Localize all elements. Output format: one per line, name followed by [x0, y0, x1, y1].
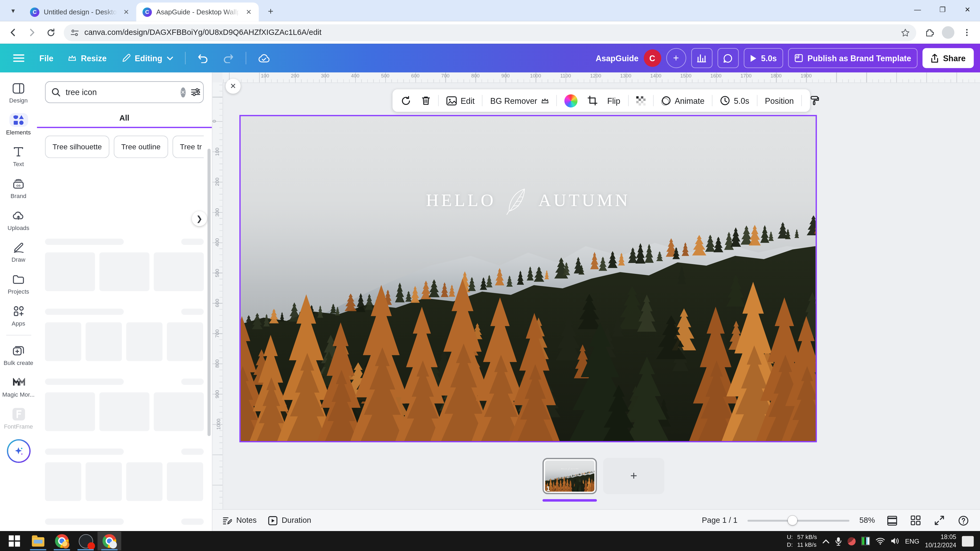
color-picker-button[interactable]: [560, 92, 582, 110]
language-indicator[interactable]: ENG: [905, 537, 919, 545]
undo-button[interactable]: [190, 48, 215, 68]
microphone-icon[interactable]: [835, 536, 842, 546]
profile-avatar[interactable]: [940, 24, 956, 41]
cloud-save-icon[interactable]: [251, 48, 277, 68]
document-title[interactable]: AsapGuide: [596, 54, 639, 63]
element-search-box[interactable]: ✕: [45, 81, 204, 103]
browser-tab-active[interactable]: C AsapGuide - Desktop Wallpaper ✕: [136, 2, 259, 21]
comments-icon[interactable]: [717, 48, 738, 68]
help-icon[interactable]: [956, 513, 970, 527]
add-page-button[interactable]: +: [603, 458, 664, 494]
duration-button[interactable]: 5.0s: [716, 92, 754, 110]
resize-menu[interactable]: Resize: [62, 48, 113, 68]
bg-remover-button[interactable]: BG Remover: [486, 92, 553, 110]
sidebar-item-text[interactable]: Text: [2, 141, 36, 171]
editing-mode-menu[interactable]: Editing: [115, 48, 180, 68]
nvidia-tray-icon[interactable]: [861, 537, 870, 545]
url-text[interactable]: canva.com/design/DAGXFBBoiYg/0U8xD9Q6AHZ…: [84, 28, 896, 37]
zoom-slider[interactable]: [748, 519, 850, 521]
search-input[interactable]: [65, 87, 175, 97]
design-title-text[interactable]: HELLO AUTUMN: [241, 187, 816, 214]
tree-shape: [681, 242, 689, 256]
sidebar-item-brand[interactable]: co Brand: [2, 173, 36, 203]
grid-view-icon[interactable]: [908, 513, 923, 527]
duration-button-bottom[interactable]: Duration: [268, 516, 311, 525]
zoom-level[interactable]: 58%: [859, 516, 875, 525]
main-menu-icon[interactable]: [6, 48, 31, 68]
obs-studio-icon[interactable]: [74, 532, 97, 550]
design-title-text[interactable]: HELLO AUTUMN: [545, 467, 594, 470]
fullscreen-icon[interactable]: [932, 513, 947, 527]
autumn-wallpaper-image[interactable]: HELLO AUTUMN: [241, 116, 816, 441]
window-close-button[interactable]: ✕: [955, 0, 980, 19]
obs-tray-icon[interactable]: [848, 537, 856, 545]
sidebar-item-apps[interactable]: Apps: [2, 300, 36, 330]
flip-button[interactable]: Flip: [603, 92, 625, 110]
publish-brand-template-button[interactable]: Publish as Brand Template: [788, 48, 918, 68]
sidebar-item-magic-morph[interactable]: Magic Mor...: [2, 372, 36, 402]
share-button[interactable]: Share: [923, 48, 974, 68]
edit-image-button[interactable]: Edit: [442, 92, 479, 110]
back-button[interactable]: [5, 24, 21, 41]
crop-button[interactable]: [583, 92, 601, 110]
forward-button[interactable]: [24, 24, 40, 41]
window-restore-button[interactable]: ❐: [930, 0, 955, 19]
tab-search-button[interactable]: ▾: [5, 2, 21, 19]
page-thumbnail[interactable]: HELLO AUTUMN 1: [542, 458, 597, 494]
sidebar-item-fontframe[interactable]: FontFrame: [2, 403, 36, 433]
tab-all[interactable]: All: [119, 114, 129, 122]
tab-close-icon[interactable]: ✕: [121, 7, 131, 17]
tab-close-icon[interactable]: ✕: [243, 7, 254, 17]
filter-icon[interactable]: [190, 87, 200, 97]
canva-assistant-button[interactable]: [7, 439, 30, 463]
redo-button[interactable]: [216, 48, 240, 68]
zoom-slider-knob[interactable]: [788, 516, 797, 525]
new-tab-button[interactable]: +: [262, 2, 279, 19]
cycle-colors-icon[interactable]: [396, 92, 416, 110]
page-duration-bar[interactable]: [542, 499, 597, 502]
delete-icon[interactable]: [417, 92, 435, 110]
bookmark-star-icon[interactable]: [900, 28, 910, 37]
animate-button[interactable]: Animate: [657, 92, 709, 110]
sidebar-item-design[interactable]: Design: [2, 78, 36, 108]
sidebar-item-bulk-create[interactable]: Bulk create: [2, 340, 36, 370]
user-avatar[interactable]: C: [643, 49, 661, 67]
wifi-icon[interactable]: [876, 537, 885, 545]
autumn-wallpaper-image[interactable]: HELLO AUTUMN: [545, 460, 594, 492]
file-explorer-icon[interactable]: [26, 532, 50, 550]
panel-scrollbar[interactable]: [207, 142, 211, 531]
position-button[interactable]: Position: [760, 92, 798, 110]
chips-scroll-right-button[interactable]: ❯: [192, 211, 207, 226]
copy-style-icon[interactable]: [805, 92, 824, 110]
chrome-profile1-icon[interactable]: [50, 532, 74, 550]
tree-shape: [692, 235, 707, 256]
window-minimize-button[interactable]: —: [905, 0, 930, 19]
site-settings-icon[interactable]: [70, 28, 80, 37]
tree-shape: [364, 294, 374, 310]
browser-tab-inactive[interactable]: C Untitled design - Desktop Wallpaper ✕: [24, 2, 136, 21]
file-menu[interactable]: File: [32, 48, 60, 68]
reload-button[interactable]: [43, 24, 59, 41]
sidebar-item-elements[interactable]: Elements: [2, 110, 36, 140]
address-bar[interactable]: canva.com/design/DAGXFBBoiYg/0U8xD9Q6AHZ…: [64, 24, 916, 41]
extensions-icon[interactable]: [921, 24, 937, 41]
pages-view-icon[interactable]: [885, 513, 899, 527]
add-member-button[interactable]: +: [666, 48, 686, 68]
chrome-profile2-icon-active[interactable]: [97, 532, 121, 550]
browser-menu-icon[interactable]: [959, 24, 975, 41]
design-page-canvas[interactable]: HELLO AUTUMN: [241, 116, 816, 441]
start-button[interactable]: [2, 532, 26, 550]
close-panel-button[interactable]: ✕: [226, 79, 240, 94]
volume-icon[interactable]: [891, 537, 900, 545]
insights-icon[interactable]: [691, 48, 712, 68]
notification-center-icon[interactable]: [962, 535, 974, 546]
notes-button[interactable]: Notes: [223, 516, 257, 525]
sidebar-item-uploads[interactable]: Uploads: [2, 205, 36, 235]
tray-expand-icon[interactable]: [822, 539, 829, 543]
clock[interactable]: 18:05 10/12/2024: [925, 533, 956, 549]
present-button[interactable]: 5.0s: [743, 48, 783, 68]
transparency-button[interactable]: [632, 92, 650, 110]
sidebar-item-projects[interactable]: Projects: [2, 268, 36, 299]
clear-search-icon[interactable]: ✕: [181, 87, 185, 97]
sidebar-item-draw[interactable]: Draw: [2, 237, 36, 267]
